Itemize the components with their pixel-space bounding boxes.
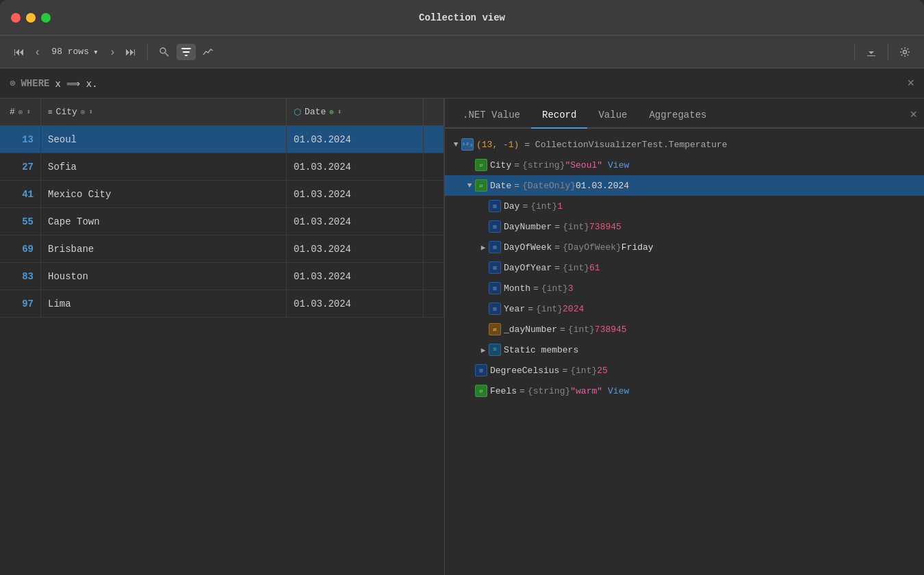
- tree-item[interactable]: ⊞DayOfWeek = {DayOfWeek} Friday: [445, 237, 924, 257]
- svg-point-0: [160, 48, 166, 53]
- rows-dropdown-arrow[interactable]: ▾: [93, 47, 99, 58]
- divider-3: [888, 44, 888, 60]
- col-header-num: # ⊗ ⬍: [0, 99, 41, 125]
- sort-icon[interactable]: ⬍: [26, 107, 31, 116]
- chart-icon: [203, 47, 214, 58]
- cell-num: 97: [0, 290, 41, 317]
- daynumber-value: 738945: [589, 222, 621, 232]
- col-header-date: ⬡ Date ⊗ ⬍: [287, 99, 424, 125]
- cell-city: Lima: [41, 290, 287, 317]
- city-view-link[interactable]: View: [608, 160, 629, 170]
- tree-item[interactable]: ⊞DayOfYear = {int} 61: [445, 257, 924, 278]
- last-page-button[interactable]: ⏭: [121, 43, 140, 61]
- date-sort-icon[interactable]: ⬍: [337, 107, 342, 116]
- cell-date: 01.03.2024: [287, 208, 424, 235]
- date-header-label: Date: [305, 107, 326, 117]
- num-box-icon: ¹²₃: [461, 138, 474, 151]
- table-row[interactable]: 97 Lima 01.03.2024: [0, 290, 444, 318]
- close-button[interactable]: [11, 13, 21, 23]
- private-daynumber-key: _dayNumber: [504, 324, 557, 335]
- cell-num: 55: [0, 208, 41, 235]
- cell-city: Mexico City: [41, 181, 287, 207]
- col-header-city: ≡ City ⊗ ⬍: [41, 99, 287, 125]
- cell-date: 01.03.2024: [287, 290, 424, 317]
- month-key: Month: [504, 283, 530, 294]
- titlebar: Collection view: [0, 0, 924, 36]
- svg-point-5: [903, 50, 907, 53]
- tree-item[interactable]: ⊞Year = {int} 2024: [445, 298, 924, 319]
- tab-value[interactable]: Value: [587, 110, 638, 129]
- tree-item[interactable]: ⊞Month = {int} 3: [445, 278, 924, 298]
- filter-button[interactable]: [177, 44, 196, 60]
- filter-expression[interactable]: x ⟹ x.: [55, 78, 97, 89]
- dayofweek-key: DayOfWeek: [504, 242, 552, 253]
- settings-button[interactable]: [895, 44, 914, 60]
- table-row[interactable]: 69 Brisbane 01.03.2024: [0, 235, 444, 263]
- field-icon-green: ⇄: [475, 159, 487, 171]
- divider-2: [854, 44, 855, 60]
- tab-record[interactable]: Record: [531, 110, 587, 129]
- field-icon-green: ⇄: [475, 179, 487, 192]
- private-daynumber-value: 738945: [595, 324, 627, 335]
- filterbar: ⊗ WHERE x ⟹ x. ×: [0, 68, 924, 99]
- tree-item[interactable]: ⇄Feels = {string} "warm"View: [445, 381, 924, 401]
- tree-item[interactable]: ¹²₃(13, -1) = CollectionVisualizerTest.T…: [445, 134, 924, 155]
- main-content: # ⊗ ⬍ ≡ City ⊗ ⬍ ⬡ Date ⊗ ⬍ 13 Seoul 01.…: [0, 99, 924, 575]
- table-row[interactable]: 41 Mexico City 01.03.2024: [0, 181, 444, 208]
- search-button[interactable]: [155, 44, 174, 60]
- download-button[interactable]: [862, 44, 881, 60]
- table-row[interactable]: 83 Houston 01.03.2024: [0, 263, 444, 290]
- filter-funnel-icon: ⊗: [10, 77, 15, 89]
- rows-selector: 98 rows ▾: [46, 47, 103, 58]
- cell-end: [424, 263, 444, 290]
- table-row[interactable]: 13 Seoul 01.03.2024: [0, 126, 444, 153]
- tree-item[interactable]: ⇄Date = {DateOnly} 01.03.2024: [445, 175, 924, 196]
- tree-item[interactable]: ⊞DayNumber = {int} 738945: [445, 216, 924, 237]
- tab-aggregates[interactable]: Aggregates: [638, 110, 717, 129]
- chart-button[interactable]: [198, 44, 218, 60]
- cell-date: 01.03.2024: [287, 235, 424, 262]
- first-page-button[interactable]: ⏮: [10, 43, 29, 61]
- field-icon-blue: ⊞: [489, 261, 501, 274]
- tree-item[interactable]: ⇄_dayNumber = {int} 738945: [445, 319, 924, 340]
- city-filter-icon[interactable]: ⊗: [81, 107, 86, 116]
- minimize-button[interactable]: [26, 13, 36, 23]
- prev-page-button[interactable]: ‹: [31, 43, 43, 61]
- cell-end: [424, 290, 444, 317]
- dayofyear-key: DayOfYear: [504, 263, 552, 273]
- svg-rect-3: [183, 51, 190, 53]
- cell-date: 01.03.2024: [287, 181, 424, 207]
- tree-item[interactable]: ⇄City = {string} "Seoul"View: [445, 155, 924, 175]
- year-key: Year: [504, 304, 525, 314]
- date-value: 01.03.2024: [576, 181, 629, 191]
- cell-city: Cape Town: [41, 208, 287, 235]
- gear-icon: [899, 47, 910, 58]
- tree-item[interactable]: ≡Static members: [445, 340, 924, 360]
- table-row[interactable]: 27 Sofia 01.03.2024: [0, 153, 444, 181]
- tab-net-value[interactable]: .NET Value: [452, 110, 531, 129]
- filter-header-icon[interactable]: ⊗: [18, 107, 23, 116]
- city-header-label: City: [56, 107, 77, 117]
- date-arrow[interactable]: [464, 181, 475, 190]
- field-icon-blue: ⊞: [489, 220, 501, 233]
- inspector-close-button[interactable]: ×: [910, 107, 917, 127]
- filter-close-button[interactable]: ×: [907, 76, 914, 90]
- tree-item[interactable]: ⊞Day = {int} 1: [445, 196, 924, 216]
- maximize-button[interactable]: [41, 13, 51, 23]
- year-value: 2024: [563, 304, 584, 314]
- table-row[interactable]: 55 Cape Town 01.03.2024: [0, 208, 444, 235]
- field-icon-green: ⇄: [475, 385, 487, 397]
- cell-city: Sofia: [41, 153, 287, 180]
- cell-end: [424, 208, 444, 235]
- root-arrow[interactable]: [450, 140, 461, 149]
- static-arrow[interactable]: [478, 346, 489, 355]
- feels-view-link[interactable]: View: [608, 386, 629, 396]
- next-page-button[interactable]: ›: [107, 43, 118, 61]
- city-sort-icon[interactable]: ⬍: [88, 107, 93, 116]
- cell-num: 13: [0, 126, 41, 153]
- tree-item[interactable]: ⊞DegreeCelsius = {int} 25: [445, 360, 924, 381]
- daynumber-key: DayNumber: [504, 222, 552, 232]
- date-filter-icon[interactable]: ⊗: [329, 107, 334, 116]
- dayofweek-arrow[interactable]: [478, 243, 489, 252]
- day-value: 1: [557, 201, 563, 212]
